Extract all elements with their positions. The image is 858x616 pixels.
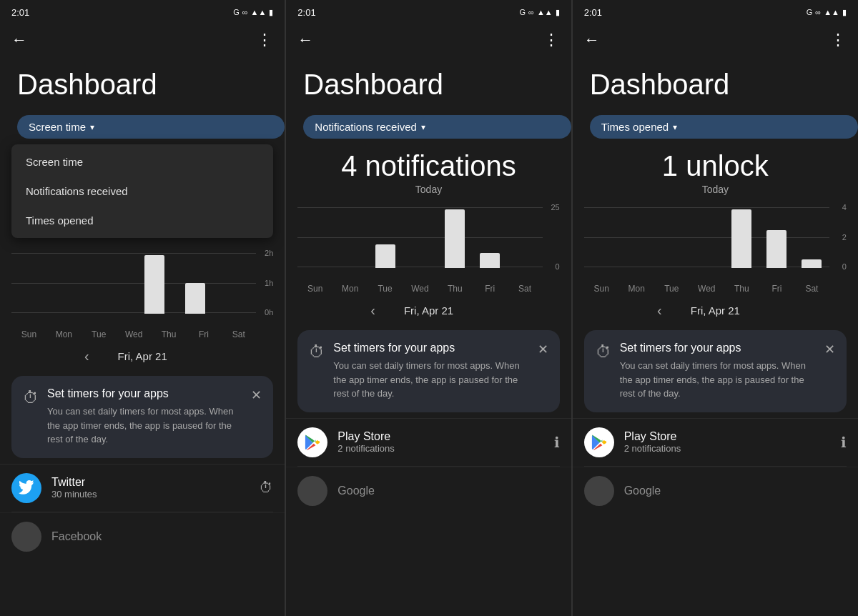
- dropdown-item[interactable]: Times opened: [11, 206, 273, 235]
- more-button[interactable]: ⋮: [257, 31, 273, 49]
- chart-axis-label: 2: [842, 233, 847, 242]
- app-sub: 30 minutes: [51, 489, 249, 500]
- app-name: Twitter: [51, 476, 249, 489]
- info-card: ⏱ Set timers for your apps You can set d…: [11, 376, 273, 458]
- info-card-title: Set timers for your apps: [620, 342, 816, 354]
- chart-bar: [375, 244, 395, 268]
- prev-date-button[interactable]: ‹: [370, 302, 375, 319]
- dropdown-button[interactable]: Times opened ▾: [590, 115, 858, 139]
- panel-times-opened: 2:01 G ∞ ▲▲ ▮ ← ⋮ Dashboard Times opened…: [573, 0, 858, 616]
- app-sub: 2 notifications: [337, 443, 543, 454]
- info-card-close-button[interactable]: ✕: [538, 342, 548, 357]
- day-label: Tue: [661, 284, 681, 294]
- day-label: Wed: [124, 329, 144, 339]
- day-label: Sat: [229, 329, 249, 339]
- dropdown-item[interactable]: Screen time: [11, 147, 273, 177]
- app-action-icon[interactable]: ℹ: [554, 434, 560, 451]
- day-label: Fri: [194, 329, 214, 339]
- page-title: Dashboard: [286, 57, 571, 115]
- info-card-text: You can set daily timers for most apps. …: [47, 404, 242, 447]
- day-label: Wed: [410, 284, 430, 294]
- cast-icon: ∞: [242, 8, 248, 16]
- chart-axis-label: 2h: [265, 249, 273, 257]
- date-nav: ‹ Fri, Apr 21 ›: [0, 339, 285, 370]
- info-card-body: Set timers for your apps You can set dai…: [333, 342, 528, 401]
- date-text: Fri, Apr 21: [118, 350, 167, 362]
- chevron-down-icon: ▾: [673, 122, 677, 132]
- day-label: Mon: [340, 284, 360, 294]
- app-list-item-partial: Google: [573, 467, 858, 515]
- app-action-icon[interactable]: ⏱: [259, 480, 273, 496]
- status-time: 2:01: [297, 7, 315, 18]
- dropdown-button[interactable]: Notifications received ▾: [303, 115, 571, 139]
- date-nav: ‹ Fri, Apr 21 ›: [573, 294, 858, 324]
- page-title: Dashboard: [0, 57, 285, 115]
- days-row: SunMonTueWedThuFriSat: [286, 284, 553, 294]
- dropdown-label: Screen time: [29, 121, 86, 133]
- app-name-partial: Facebook: [51, 530, 273, 543]
- dropdown-menu: Screen timeNotifications receivedTimes o…: [11, 144, 273, 238]
- status-icons: G ∞ ▲▲ ▮: [233, 8, 273, 17]
- chevron-down-icon: ▾: [90, 122, 94, 132]
- prev-date-button[interactable]: ‹: [84, 348, 89, 364]
- back-button[interactable]: ←: [297, 31, 313, 49]
- app-icon-placeholder: [11, 522, 41, 552]
- back-button[interactable]: ←: [584, 31, 600, 49]
- stat-number: 4 notifications: [303, 150, 553, 182]
- more-button[interactable]: ⋮: [543, 31, 560, 49]
- app-info: Play Store 2 notifications: [337, 430, 543, 454]
- prev-date-button[interactable]: ‹: [657, 302, 662, 319]
- more-button[interactable]: ⋮: [830, 31, 847, 49]
- cast-icon: ∞: [528, 8, 534, 16]
- info-card: ⏱ Set timers for your apps You can set d…: [297, 330, 559, 412]
- stat-section: 4 notifications Today: [286, 144, 571, 198]
- chart-bar: [144, 255, 164, 314]
- chart-axis-label: 1h: [265, 279, 273, 287]
- chart-bar: [731, 209, 751, 268]
- day-label: Sat: [515, 284, 535, 294]
- page-title: Dashboard: [573, 57, 858, 115]
- app-list-item[interactable]: Twitter 30 minutes ⏱: [0, 464, 285, 512]
- status-bar: 2:01 G ∞ ▲▲ ▮: [573, 0, 858, 23]
- status-bar: 2:01 G ∞ ▲▲ ▮: [0, 0, 285, 23]
- dropdown-button[interactable]: Screen time ▾: [17, 115, 285, 139]
- day-label: Sun: [19, 329, 39, 339]
- app-action-icon[interactable]: ℹ: [841, 434, 847, 451]
- signal-icon: ▲▲: [251, 8, 267, 16]
- top-bar: ← ⋮: [286, 23, 571, 57]
- info-card-body: Set timers for your apps You can set dai…: [620, 342, 816, 401]
- google-icon: G: [807, 8, 813, 16]
- chart-bar: [480, 253, 500, 268]
- panel-screen-time: 2:01 G ∞ ▲▲ ▮ ← ⋮ Dashboard Screen time …: [0, 0, 285, 616]
- day-label: Sun: [305, 284, 325, 294]
- date-text: Fri, Apr 21: [691, 304, 740, 317]
- app-icon: [297, 427, 327, 457]
- days-row: SunMonTueWedThuFriSat: [573, 284, 841, 294]
- app-list-item-partial: Facebook: [0, 512, 285, 560]
- back-button[interactable]: ←: [11, 31, 27, 49]
- app-list-item[interactable]: Play Store 2 notifications ℹ: [286, 418, 571, 466]
- bars-container: [297, 204, 542, 268]
- status-icons: G ∞ ▲▲ ▮: [519, 8, 559, 17]
- status-time: 2:01: [584, 7, 602, 18]
- panel-notifications: 2:01 G ∞ ▲▲ ▮ ← ⋮ Dashboard Notification…: [286, 0, 571, 616]
- day-label: Mon: [626, 284, 646, 294]
- dropdown-item[interactable]: Notifications received: [11, 177, 273, 206]
- day-label: Thu: [159, 329, 179, 339]
- app-info: Twitter 30 minutes: [51, 476, 249, 500]
- app-list-item[interactable]: Play Store 2 notifications ℹ: [573, 418, 858, 466]
- info-card-close-button[interactable]: ✕: [251, 387, 262, 403]
- day-label: Mon: [54, 329, 74, 339]
- chart-bar: [766, 230, 786, 268]
- cast-icon: ∞: [815, 8, 821, 16]
- info-card-close-button[interactable]: ✕: [824, 342, 835, 357]
- stat-section: 1 unlock Today: [573, 144, 858, 198]
- app-icon-placeholder: [584, 476, 614, 506]
- chart-bar: [802, 259, 822, 268]
- info-card-title: Set timers for your apps: [333, 342, 528, 354]
- app-icon: [11, 473, 41, 503]
- day-label: Thu: [731, 284, 751, 294]
- chart-axis-label: 0: [842, 262, 847, 271]
- top-bar: ← ⋮: [0, 23, 285, 57]
- app-name: Play Store: [337, 430, 543, 443]
